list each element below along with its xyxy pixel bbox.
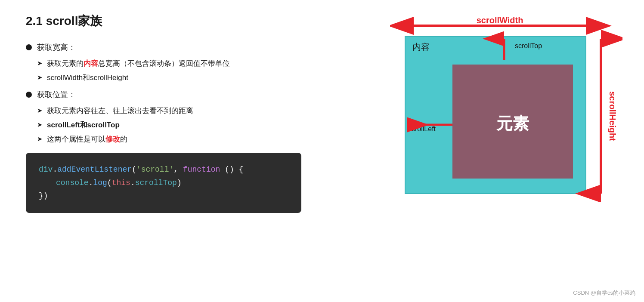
svg-text:scrollHeight: scrollHeight: [608, 91, 617, 141]
page-title: 2.1 scroll家族: [26, 13, 360, 29]
bullet-item-2: 获取位置：: [26, 89, 360, 100]
section1-label: 获取宽高：: [37, 42, 76, 52]
diagram-container: scrollWidth 内容 scrollTop 元素 scrollLeft: [390, 17, 614, 198]
main-container: 2.1 scroll家族 获取宽高： ➤ 获取元素的内容总宽高（不包含滚动条）返…: [0, 0, 644, 302]
sub-item-2-2-text: scrollLeft和scrollTop: [47, 120, 120, 130]
code-line-3: }): [39, 189, 288, 203]
sub-item-1-1: ➤ 获取元素的内容总宽高（不包含滚动条）返回值不带单位: [37, 59, 360, 68]
arrow-marker-3: ➤: [37, 107, 43, 114]
sub-item-1-1-text: 获取元素的内容总宽高（不包含滚动条）返回值不带单位: [47, 59, 230, 68]
right-panel: scrollWidth 内容 scrollTop 元素 scrollLeft: [377, 13, 627, 293]
sub-item-2-3: ➤ 这两个属性是可以修改的: [37, 134, 360, 144]
sub-list-1: ➤ 获取元素的内容总宽高（不包含滚动条）返回值不带单位 ➤ scrollWidt…: [37, 59, 360, 83]
bullet-dot-2: [26, 92, 32, 98]
sub-list-2: ➤ 获取元素内容往左、往上滚出去看不到的距离 ➤ scrollLeft和scro…: [37, 106, 360, 144]
sub-item-2-3-text: 这两个属性是可以修改的: [47, 134, 127, 144]
arrow-marker-1: ➤: [37, 59, 43, 67]
svg-text:scrollLeft: scrollLeft: [408, 125, 436, 133]
code-div: div: [39, 165, 53, 174]
section-position: 获取位置： ➤ 获取元素内容往左、往上滚出去看不到的距离 ➤ scrollLef…: [26, 89, 360, 144]
arrow-marker-2: ➤: [37, 74, 43, 81]
sub-item-1-2: ➤ scrollWidth和scrollHeight: [37, 73, 360, 83]
svg-text:内容: 内容: [412, 42, 430, 52]
diagram-svg: scrollWidth 内容 scrollTop 元素 scrollLeft: [390, 17, 622, 202]
watermark: CSDN @自学cs的小菜鸡: [573, 289, 635, 297]
arrow-marker-5: ➤: [37, 135, 43, 143]
section-width-height: 获取宽高： ➤ 获取元素的内容总宽高（不包含滚动条）返回值不带单位 ➤ scro…: [26, 42, 360, 83]
left-panel: 2.1 scroll家族 获取宽高： ➤ 获取元素的内容总宽高（不包含滚动条）返…: [26, 13, 377, 293]
sub-item-2-1-text: 获取元素内容往左、往上滚出去看不到的距离: [47, 106, 193, 116]
bullet-dot-1: [26, 44, 32, 50]
svg-text:scrollTop: scrollTop: [515, 42, 542, 49]
section2-label: 获取位置：: [37, 89, 76, 100]
svg-text:元素: 元素: [496, 114, 529, 133]
code-line-2: console.log(this.scrollTop): [39, 176, 288, 190]
bullet-item-1: 获取宽高：: [26, 42, 360, 52]
code-line-1: div.addEventListener('scroll', function …: [39, 163, 288, 176]
code-block: div.addEventListener('scroll', function …: [26, 153, 301, 213]
arrow-marker-4: ➤: [37, 121, 43, 129]
sub-item-2-1: ➤ 获取元素内容往左、往上滚出去看不到的距离: [37, 106, 360, 116]
svg-text:scrollWidth: scrollWidth: [477, 17, 523, 25]
sub-item-2-2: ➤ scrollLeft和scrollTop: [37, 120, 360, 130]
sub-item-1-2-text: scrollWidth和scrollHeight: [47, 73, 128, 83]
